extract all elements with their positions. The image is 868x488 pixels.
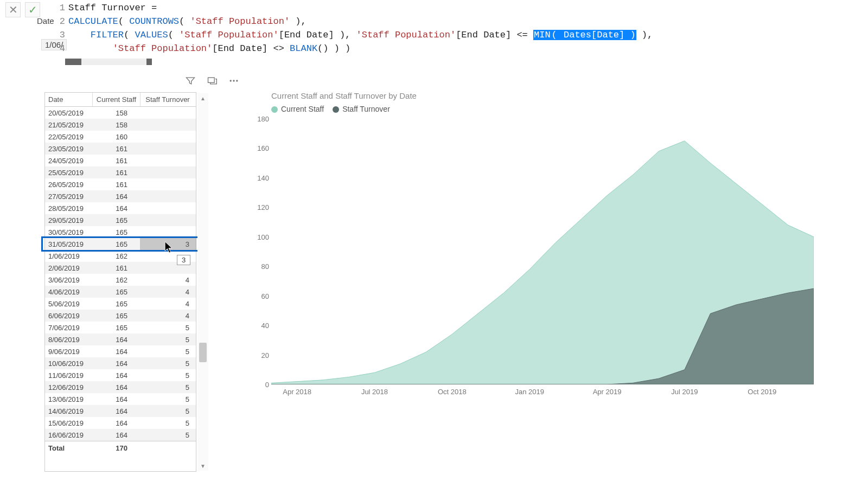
- table-header-row: Date Current Staff Staff Turnover: [45, 93, 196, 107]
- cell-date: 14/06/2019: [45, 407, 93, 415]
- table-row[interactable]: 28/05/2019164: [45, 202, 196, 214]
- y-tick: 120: [257, 203, 269, 211]
- cell-current-staff: 164: [93, 407, 141, 415]
- table-row[interactable]: 24/05/2019161: [45, 155, 196, 166]
- table-row[interactable]: 13/06/20191645: [45, 393, 196, 405]
- visual-header: [184, 75, 240, 87]
- cell-date: 13/06/2019: [45, 395, 93, 403]
- col-header-staff-turnover[interactable]: Staff Turnover: [141, 93, 195, 106]
- table-row[interactable]: 15/06/20191645: [45, 417, 196, 429]
- y-tick: 180: [257, 115, 269, 123]
- table-body[interactable]: 20/05/201915821/05/201915822/05/20191602…: [45, 107, 196, 441]
- table-row[interactable]: 29/05/2019165: [45, 214, 196, 226]
- footer-current-staff: 170: [93, 444, 141, 452]
- cell-current-staff: 164: [93, 431, 141, 439]
- slicer-scrollbar-end[interactable]: [146, 59, 152, 65]
- cell-staff-turnover: 5: [141, 359, 195, 368]
- cell-date: 23/05/2019: [45, 145, 93, 153]
- table-row[interactable]: 11/06/20191645: [45, 369, 196, 381]
- svg-rect-0: [208, 78, 215, 82]
- y-tick: 40: [261, 322, 269, 330]
- cell-date: 24/05/2019: [45, 157, 93, 165]
- table-row[interactable]: 9/06/20191645: [45, 345, 196, 357]
- table-row[interactable]: 31/05/20191653: [45, 238, 196, 250]
- focus-mode-icon[interactable]: [206, 75, 218, 87]
- table-scrollbar[interactable]: ▲ ▼: [197, 93, 208, 471]
- table-row[interactable]: 7/06/20191655: [45, 322, 196, 333]
- table-row[interactable]: 2/06/2019161: [45, 262, 196, 274]
- cancel-button[interactable]: ✕: [5, 2, 21, 17]
- table-row[interactable]: 25/05/2019161: [45, 166, 196, 178]
- cell-staff-turnover: 4: [141, 312, 195, 320]
- cell-current-staff: 158: [93, 121, 141, 129]
- x-tick: Jul 2019: [671, 388, 698, 396]
- table-row[interactable]: 5/06/20191654: [45, 298, 196, 310]
- cell-current-staff: 165: [93, 240, 141, 248]
- cell-current-staff: 160: [93, 133, 141, 141]
- cell-staff-turnover: 5: [141, 348, 195, 356]
- footer-label: Total: [45, 444, 93, 452]
- y-axis: 020406080100120140160180: [250, 119, 271, 384]
- table-row[interactable]: 20/05/2019158: [45, 107, 196, 119]
- dax-editor[interactable]: 1Staff Turnover =2CALCULATE( COUNTROWS( …: [55, 1, 865, 55]
- table-row[interactable]: 22/05/2019160: [45, 131, 196, 143]
- cell-staff-turnover: 5: [141, 395, 195, 403]
- cell-current-staff: 165: [93, 300, 141, 308]
- col-header-current-staff[interactable]: Current Staff: [93, 93, 141, 106]
- x-tick: Jan 2019: [515, 388, 544, 396]
- cell-date: 20/05/2019: [45, 109, 93, 117]
- cell-date: 22/05/2019: [45, 133, 93, 141]
- y-tick: 80: [261, 262, 269, 271]
- scrollbar-thumb[interactable]: [199, 343, 207, 362]
- cell-current-staff: 164: [93, 395, 141, 403]
- commit-button[interactable]: ✓: [25, 2, 40, 17]
- scroll-up-icon[interactable]: ▲: [197, 93, 208, 103]
- cell-date: 10/06/2019: [45, 359, 93, 368]
- cell-tooltip: 3: [177, 255, 190, 265]
- cell-current-staff: 162: [93, 276, 141, 284]
- table-row[interactable]: 27/05/2019164: [45, 190, 196, 202]
- svg-point-1: [230, 80, 232, 81]
- y-tick: 160: [257, 144, 269, 152]
- table-row[interactable]: 12/06/20191645: [45, 381, 196, 393]
- table-row[interactable]: 1/06/2019162: [45, 250, 196, 262]
- scroll-down-icon[interactable]: ▼: [197, 461, 208, 471]
- cell-current-staff: 165: [93, 324, 141, 332]
- formula-bar: ✕ ✓ Date 1/06/ 1Staff Turnover =2CALCULA…: [0, 0, 868, 60]
- table-row[interactable]: 21/05/2019158: [45, 119, 196, 131]
- cell-staff-turnover: 5: [141, 336, 195, 344]
- table-row[interactable]: 26/05/2019161: [45, 178, 196, 190]
- cell-current-staff: 165: [93, 312, 141, 320]
- table-row[interactable]: 16/06/20191645: [45, 429, 196, 441]
- slicer-scrollbar[interactable]: [65, 59, 152, 65]
- table-row[interactable]: 6/06/20191654: [45, 310, 196, 322]
- cell-date: 16/06/2019: [45, 431, 93, 439]
- cell-staff-turnover: 3: [141, 240, 195, 248]
- more-options-icon[interactable]: [228, 75, 240, 87]
- cell-date: 9/06/2019: [45, 348, 93, 356]
- slicer-scrollbar-thumb[interactable]: [65, 59, 81, 65]
- table-visual[interactable]: Date Current Staff Staff Turnover 20/05/…: [44, 92, 196, 472]
- cell-staff-turnover: 5: [141, 431, 195, 439]
- x-tick: Oct 2018: [438, 388, 467, 396]
- cell-date: 15/06/2019: [45, 419, 93, 427]
- y-tick: 140: [257, 174, 269, 182]
- legend-item[interactable]: Current Staff: [271, 105, 324, 113]
- cell-current-staff: 165: [93, 216, 141, 224]
- legend-item[interactable]: Staff Turnover: [333, 105, 390, 113]
- table-row[interactable]: 4/06/20191654: [45, 286, 196, 298]
- filter-icon[interactable]: [184, 75, 196, 87]
- col-header-date[interactable]: Date: [45, 93, 93, 106]
- area-chart-visual[interactable]: Current Staff and Staff Turnover by Date…: [271, 91, 825, 406]
- table-row[interactable]: 10/06/20191645: [45, 357, 196, 369]
- cell-date: 2/06/2019: [45, 264, 93, 272]
- table-row[interactable]: 23/05/2019161: [45, 143, 196, 155]
- cell-date: 31/05/2019: [45, 240, 93, 248]
- chart-plot-area[interactable]: 020406080100120140160180 Apr 2018Jul 201…: [271, 119, 814, 384]
- table-row[interactable]: 3/06/20191624: [45, 274, 196, 286]
- cell-current-staff: 161: [93, 181, 141, 189]
- table-row[interactable]: 8/06/20191645: [45, 333, 196, 345]
- table-row[interactable]: 14/06/20191645: [45, 405, 196, 417]
- table-row[interactable]: 30/05/2019165: [45, 226, 196, 238]
- cell-date: 11/06/2019: [45, 371, 93, 380]
